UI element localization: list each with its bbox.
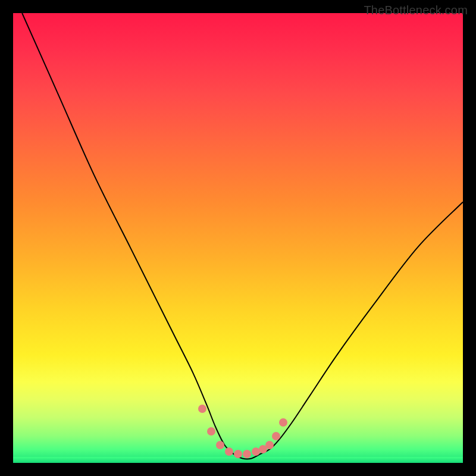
trough-dot — [252, 447, 260, 456]
trough-dot — [265, 441, 274, 449]
watermark-text: TheBottleneck.com — [364, 4, 468, 17]
trough-dot — [198, 405, 206, 413]
chart-frame: TheBottleneck.com — [0, 0, 476, 476]
baseline-green-band — [13, 457, 463, 463]
trough-dot — [216, 441, 224, 449]
trough-dot — [272, 432, 280, 440]
trough-dot — [225, 447, 233, 456]
trough-dot — [259, 445, 267, 453]
trough-dot — [207, 427, 215, 436]
trough-dot — [279, 418, 287, 427]
bottleneck-curve — [13, 13, 463, 463]
plot-area — [13, 13, 463, 463]
